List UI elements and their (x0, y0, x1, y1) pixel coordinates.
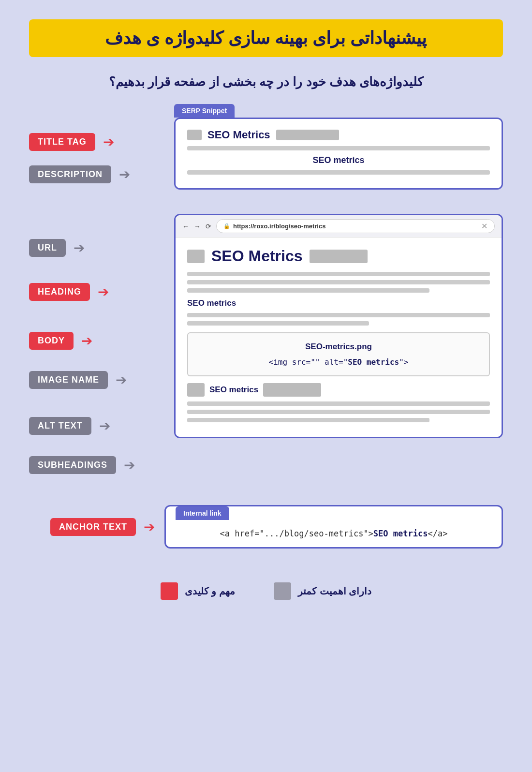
link-code-keyword: SEO metrics (373, 529, 428, 538)
serp-line-1 (187, 146, 490, 150)
legend-gray-label: دارای اهمیت کمتر (298, 585, 371, 597)
body-line-2 (187, 280, 490, 284)
legend-red-item: مهم و کلیدی (161, 582, 235, 600)
url-label-item: URL ➔ (29, 239, 155, 257)
serp-container: SEO Metrics SEO metrics (174, 118, 503, 190)
serp-title-bar (276, 130, 339, 140)
nav-back[interactable]: ← (182, 223, 189, 230)
legend: مهم و کلیدی دارای اهمیت کمتر (29, 582, 503, 600)
title-tag-label-item: TITLE TAG ➔ (29, 133, 155, 151)
body-line-3 (187, 288, 429, 293)
subheading-bar (263, 383, 321, 397)
alt-code-prefix: <img src="" alt=" (269, 357, 348, 367)
internal-link-box: Internal link <a href=".../blog/seo-metr… (164, 505, 503, 549)
body-subtext: SEO metrics (187, 298, 236, 308)
image-box: SEO-metrics.png <img src="" alt="SEO met… (187, 332, 490, 376)
body-lines (187, 272, 490, 293)
anchor-label-col: ANCHOR TEXT ➔ (29, 518, 155, 536)
subheading-row: SEO metrics (187, 383, 490, 397)
body-line-5 (187, 321, 369, 326)
subheadings-arrow: ➔ (124, 457, 135, 473)
browser-container: ← → ⟳ 🔒 https://roxo.ir/blog/seo-metrics… (174, 214, 503, 438)
alt-code: <img src="" alt="SEO metrics"> (196, 357, 481, 367)
legend-red-label: مهم و کلیدی (185, 585, 235, 597)
body-arrow: ➔ (81, 333, 92, 349)
link-code-prefix: <a href=".../blog/seo-metrics"> (220, 529, 373, 538)
url-bar[interactable]: 🔒 https://roxo.ir/blog/seo-metrics ✕ (216, 219, 495, 233)
anchor-section: ANCHOR TEXT ➔ Internal link <a href="...… (29, 505, 503, 549)
browser-labels-col: URL ➔ HEADING ➔ BODY ➔ IMAGE NAME ➔ ALT … (29, 214, 155, 481)
heading-label-item: HEADING ➔ (29, 283, 155, 301)
legend-red-box (161, 582, 178, 600)
header-title: پیشنهاداتی برای بهینه سازی کلیدواژه ی هد… (44, 28, 488, 48)
body-lines-2 (187, 313, 490, 326)
url-text: https://roxo.ir/blog/seo-metrics (233, 223, 325, 230)
legend-gray-box (274, 582, 291, 600)
legend-gray-item: دارای اهمیت کمتر (274, 582, 371, 600)
alt-code-suffix: "> (399, 357, 408, 367)
subheadings-badge: SUBHEADINGS (29, 456, 116, 474)
browser-section: URL ➔ HEADING ➔ BODY ➔ IMAGE NAME ➔ ALT … (29, 214, 503, 481)
subh-line-3 (187, 418, 429, 422)
alt-code-keyword: SEO metrics (348, 357, 399, 367)
heading-badge: HEADING (29, 283, 90, 301)
image-name-label-item: IMAGE NAME ➔ (29, 371, 155, 389)
alt-text-arrow: ➔ (99, 418, 110, 434)
browser-h1-text: SEO Metrics (211, 247, 303, 265)
subheading-icon (187, 383, 205, 397)
image-filename-text: SEO-metrics.png (196, 342, 481, 352)
subtitle: کلیدواژه‌های هدف خود را در چه بخشی از صف… (109, 74, 423, 89)
h1-icon-placeholder (187, 250, 205, 263)
nav-forward[interactable]: → (194, 223, 201, 230)
internal-link-body: <a href=".../blog/seo-metrics">SEO metri… (166, 520, 502, 547)
h1-bar (310, 250, 368, 263)
serp-tab: SERP Snippet (174, 104, 235, 118)
body-line-1 (187, 272, 490, 276)
serp-labels-col: TITLE TAG ➔ DESCRIPTION ➔ (29, 104, 155, 183)
title-tag-arrow: ➔ (103, 134, 114, 150)
lock-icon: 🔒 (223, 223, 230, 229)
body-subtext-row: SEO metrics (187, 298, 490, 308)
anchor-label-item: ANCHOR TEXT ➔ (50, 518, 155, 536)
body-badge: BODY (29, 332, 74, 350)
serp-body: SEO Metrics SEO metrics (176, 119, 502, 188)
description-arrow: ➔ (119, 166, 130, 182)
url-badge: URL (29, 239, 66, 257)
image-name-badge: IMAGE NAME (29, 371, 108, 389)
body-line-4 (187, 313, 490, 317)
description-badge: DESCRIPTION (29, 165, 111, 183)
serp-section: TITLE TAG ➔ DESCRIPTION ➔ SERP Snippet S… (29, 104, 503, 190)
url-arrow: ➔ (74, 240, 85, 256)
serp-desc-text: SEO metrics (312, 155, 364, 165)
subh-line-1 (187, 401, 490, 406)
image-name-arrow: ➔ (116, 372, 127, 388)
nav-refresh[interactable]: ⟳ (206, 223, 211, 230)
internal-link-tab: Internal link (176, 506, 229, 520)
alt-text-label-item: ALT TEXT ➔ (29, 417, 155, 435)
alt-text-badge: ALT TEXT (29, 417, 91, 435)
title-tag-badge: TITLE TAG (29, 133, 95, 151)
browser-h1-row: SEO Metrics (187, 247, 490, 265)
subheadings-label-item: SUBHEADINGS ➔ (29, 456, 155, 474)
subheading-text: SEO metrics (209, 385, 258, 395)
description-label-item: DESCRIPTION ➔ (29, 165, 155, 183)
subheading-lines (187, 401, 490, 422)
serp-line-2 (187, 170, 490, 175)
browser-mockup-wrapper: ← → ⟳ 🔒 https://roxo.ir/blog/seo-metrics… (164, 214, 503, 438)
header-banner: پیشنهاداتی برای بهینه سازی کلیدواژه ی هد… (29, 19, 503, 57)
anchor-arrow: ➔ (144, 519, 155, 535)
serp-icon-placeholder (187, 130, 202, 140)
url-close-btn[interactable]: ✕ (481, 222, 488, 231)
browser-topbar: ← → ⟳ 🔒 https://roxo.ir/blog/seo-metrics… (176, 215, 502, 238)
serp-mockup-wrapper: SERP Snippet SEO Metrics SEO metrics (164, 104, 503, 190)
serp-desc-row: SEO metrics (187, 155, 490, 165)
browser-content: SEO Metrics SEO metrics (176, 238, 502, 437)
serp-title-row: SEO Metrics (187, 129, 490, 141)
subh-line-2 (187, 410, 490, 414)
link-code-suffix: </a> (428, 529, 447, 538)
anchor-text-badge: ANCHOR TEXT (50, 518, 136, 536)
body-label-item: BODY ➔ (29, 332, 155, 350)
serp-title-text: SEO Metrics (207, 129, 270, 141)
serp-lines (187, 146, 490, 150)
heading-arrow: ➔ (98, 284, 109, 300)
